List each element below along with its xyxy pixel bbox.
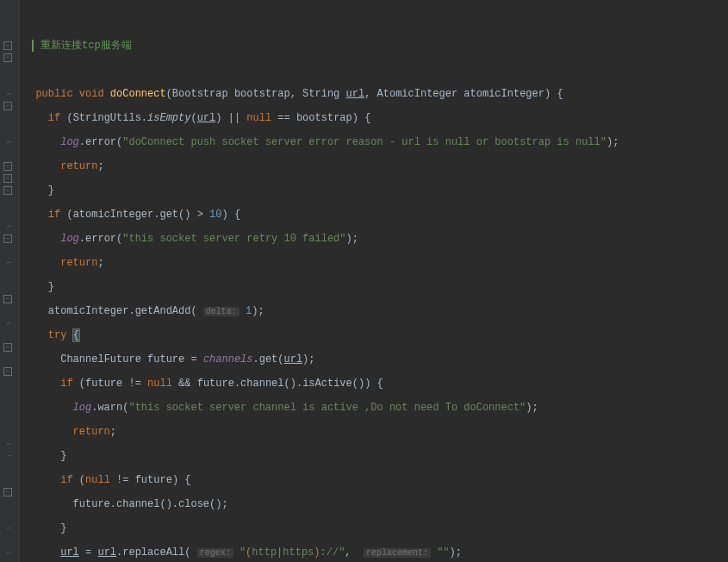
fold-icon[interactable]: − [3,174,12,183]
param-hint: replacement: [364,548,431,558]
fold-icon[interactable]: − [3,162,12,171]
code-line: try { [20,329,728,341]
code-line: } [20,522,728,534]
gutter: − − ⌐ − ⌐ − − − ⌐ − ⌐ − ⌐ − − ⌐ ⌐ [0,0,20,562]
code-line: if (StringUtils.isEmpty(url) || null == … [20,112,728,124]
fold-icon[interactable]: − [3,102,12,110]
code-line: } [20,184,728,197]
fold-icon[interactable]: − [3,488,12,496]
fold-icon[interactable]: − [3,295,12,303]
code-line: future.channel().close(); [20,498,728,510]
code-line: ChannelFuture future = channels.get(url)… [20,353,728,365]
code-line: atomicInteger.getAndAdd( delta: 1); [20,305,728,317]
param-hint: regex: [197,548,233,558]
fold-icon[interactable]: − [3,343,12,352]
code-content[interactable]: 重新连接tcp服务端 public void doConnect(Bootstr… [20,0,728,562]
code-line: return; [20,257,728,269]
code-line: } [20,450,728,462]
code-line: log.error("this socket server retry 10 f… [20,233,728,245]
code-line: if (null != future) { [20,474,728,486]
javadoc-line: 重新连接tcp服务端 [32,40,728,52]
fold-icon[interactable]: − [3,367,12,376]
fold-icon[interactable]: − [3,186,12,195]
fold-icon[interactable]: − [3,234,12,243]
code-line: log.error("doConnect push socket server … [20,136,728,148]
fold-icon[interactable]: − [3,41,12,50]
param-hint: delta: [203,307,240,316]
code-line: log.warn("this socket server channel is … [20,402,728,414]
code-editor[interactable]: − − ⌐ − ⌐ − − − ⌐ − ⌐ − ⌐ − − ⌐ ⌐ [0,0,728,562]
code-line: if (future != null && future.channel().i… [20,378,728,390]
code-line: return; [20,426,728,438]
code-line: public void doConnect(Bootstrap bootstra… [20,88,728,100]
code-line: return; [20,160,728,172]
code-line: if (atomicInteger.get() > 10) { [20,209,728,221]
code-line: url = url.replaceAll( regex: "(http|http… [20,546,728,559]
fold-icon[interactable]: − [3,53,12,62]
code-line: } [20,281,728,293]
